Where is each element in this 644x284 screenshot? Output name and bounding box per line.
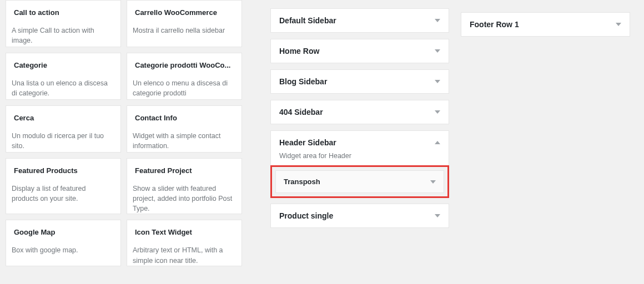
sidebar-areas-column-2: Footer Row 1 (461, 12, 630, 43)
area-home-row[interactable]: Home Row (270, 39, 449, 63)
widget-title: Featured Products (6, 159, 120, 182)
widget-title: Categorie prodotti WooCo... (127, 53, 242, 77)
chevron-down-icon (435, 110, 440, 114)
area-title: Default Sidebar (279, 16, 336, 25)
chevron-up-icon (435, 141, 440, 144)
area-title: Footer Row 1 (470, 20, 519, 29)
widget-desc: Una lista o un elenco a discesa di categ… (12, 78, 120, 99)
chevron-down-icon (435, 214, 440, 217)
chevron-down-icon (435, 80, 440, 83)
chevron-down-icon (616, 23, 621, 26)
widget-card[interactable]: Categorie prodotti WooCo... Un elenco o … (127, 53, 242, 100)
area-desc: Widget area for Header (271, 152, 449, 165)
area-404-sidebar[interactable]: 404 Sidebar (270, 100, 449, 124)
widget-desc: Box with google map. (12, 245, 120, 255)
area-blog-sidebar[interactable]: Blog Sidebar (270, 69, 449, 94)
widget-card[interactable]: Featured Project Show a slider with feat… (127, 158, 242, 214)
widget-desc: Un elenco o menu a discesa di categorie … (133, 78, 242, 99)
widget-card[interactable]: Icon Text Widget Arbitrary text or HTML,… (127, 220, 242, 266)
highlighted-widget-frame: Transposh (270, 165, 449, 198)
available-widgets-column: Call to action A simple Call to action w… (6, 0, 248, 272)
area-default-sidebar[interactable]: Default Sidebar (270, 8, 449, 33)
widget-card[interactable]: Cerca Un modulo di ricerca per il tuo si… (6, 105, 121, 153)
widget-card[interactable]: Contact Info Widget with a simple contac… (127, 105, 242, 153)
widget-title: Call to action (6, 1, 120, 24)
widget-card[interactable]: Call to action A simple Call to action w… (6, 0, 121, 47)
widget-title: Cerca (6, 106, 120, 130)
widget-title: Google Map (6, 220, 120, 244)
area-footer-row-1[interactable]: Footer Row 1 (461, 12, 630, 37)
widget-desc: Show a slider with featured project, add… (133, 184, 242, 214)
widget-desc: A simple Call to action with image. (12, 26, 120, 47)
area-title: Blog Sidebar (279, 77, 327, 86)
widget-card[interactable]: Carrello WooCommerce Mostra il carrello … (127, 0, 242, 47)
area-header-sidebar-toggle[interactable]: Header Sidebar (271, 131, 449, 154)
area-title: Header Sidebar (279, 138, 336, 147)
widget-title: Icon Text Widget (127, 220, 242, 244)
area-header-sidebar: Header Sidebar Widget area for Header (270, 130, 449, 165)
chevron-down-icon (430, 180, 436, 184)
widget-title: Featured Project (127, 159, 242, 182)
widget-card[interactable]: Categorie Una lista o un elenco a disces… (6, 53, 121, 100)
area-title: Home Row (279, 47, 319, 55)
area-title: Product single (279, 211, 333, 220)
widget-desc: Display a list of featured products on y… (12, 184, 120, 205)
widget-desc: Un modulo di ricerca per il tuo sito. (12, 131, 120, 152)
widget-title: Transposh (284, 178, 320, 186)
widget-desc: Mostra il carrello nella sidebar (133, 26, 242, 47)
widget-transposh[interactable]: Transposh (275, 170, 444, 193)
widget-desc: Widget with a simple contact information… (133, 131, 242, 152)
widget-title: Carrello WooCommerce (127, 1, 242, 24)
chevron-down-icon (435, 19, 440, 22)
area-product-single[interactable]: Product single (270, 204, 449, 228)
chevron-down-icon (435, 49, 440, 53)
widget-desc: Arbitrary text or HTML, with a simple ic… (133, 245, 242, 265)
sidebar-areas-column: Default Sidebar Home Row Blog Sidebar 40… (270, 8, 449, 234)
widget-title: Categorie (6, 53, 120, 77)
widget-title: Contact Info (127, 106, 242, 130)
widget-card[interactable]: Featured Products Display a list of feat… (6, 158, 121, 214)
area-title: 404 Sidebar (279, 108, 323, 116)
widget-card[interactable]: Google Map Box with google map. (6, 220, 121, 266)
